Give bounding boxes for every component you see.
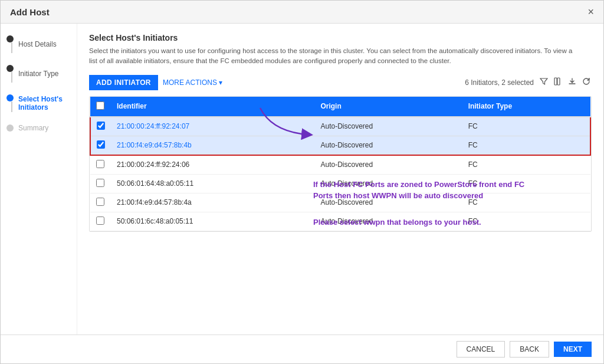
step-initiator-type: Initiator Type — [6, 65, 71, 83]
row-check-cell — [90, 117, 111, 136]
row-type: FC — [462, 155, 590, 175]
step-dot-host-details — [6, 35, 14, 42]
section-description: Select the initiators you want to use fo… — [89, 46, 573, 67]
toolbar-left: ADD INITIATOR MORE ACTIONS ▾ — [89, 75, 222, 90]
table-row[interactable]: 21:00:00:24:ff:92:24:06Auto-DiscoveredFC — [90, 155, 590, 175]
svg-rect-0 — [554, 78, 557, 85]
step-label-summary: Summary — [18, 124, 48, 132]
toolbar: ADD INITIATOR MORE ACTIONS ▾ 6 Initiator… — [89, 75, 592, 90]
step-dot-initiator-type — [6, 65, 14, 72]
steps-sidebar: Host Details Initiator Type Select Host'… — [1, 24, 77, 335]
step-select-initiators: Select Host'sInitiators — [6, 94, 71, 112]
select-all-checkbox[interactable] — [96, 101, 104, 110]
row-check-cell — [90, 136, 111, 155]
step-label-select-initiators: Select Host'sInitiators — [18, 95, 63, 112]
row-checkbox[interactable] — [97, 140, 105, 149]
next-button[interactable]: NEXT — [554, 342, 592, 357]
row-checkbox[interactable] — [96, 160, 104, 168]
annotation-text-2: Please select wwpn that belongs to your … — [313, 217, 526, 228]
row-checkbox[interactable] — [97, 122, 105, 130]
modal-body: Host Details Initiator Type Select Host'… — [1, 24, 603, 335]
modal-footer: CANCEL BACK NEXT — [1, 335, 603, 363]
annotation-text-1: If the Host FC Ports are zoned to PowerS… — [313, 179, 526, 202]
header-type: Initiator Type — [462, 97, 590, 117]
header-check-col — [90, 97, 111, 117]
row-origin: Auto-Discovered — [314, 155, 462, 175]
row-type: FC — [462, 117, 590, 136]
more-actions-button[interactable]: MORE ACTIONS ▾ — [163, 78, 222, 87]
step-dot-summary — [6, 124, 14, 132]
header-origin: Origin — [314, 97, 462, 117]
cancel-button[interactable]: CANCEL — [457, 341, 505, 358]
section-title: Select Host's Initiators — [89, 33, 592, 42]
add-host-modal: Add Host × Host Details Initiator Type — [0, 0, 604, 364]
table-header-row: Identifier Origin Initiator Type — [90, 97, 590, 117]
step-label-initiator-type: Initiator Type — [18, 70, 58, 78]
svg-rect-1 — [557, 78, 560, 85]
main-content: Select Host's Initiators Select the init… — [77, 24, 603, 335]
row-origin: Auto-Discovered — [314, 136, 462, 155]
modal-title: Add Host — [10, 7, 50, 17]
table-row[interactable]: 21:00:f4:e9:d4:57:8b:4bAuto-DiscoveredFC — [90, 136, 590, 155]
toolbar-right: 6 Initiators, 2 selected — [465, 76, 592, 88]
export-icon[interactable] — [567, 76, 577, 88]
annotation-area: If the Host FC Ports are zoned to PowerS… — [89, 179, 592, 228]
step-dot-select-initiators — [6, 94, 14, 101]
row-type: FC — [462, 136, 590, 155]
close-button[interactable]: × — [587, 6, 594, 17]
chevron-down-icon: ▾ — [219, 78, 222, 87]
refresh-icon[interactable] — [581, 76, 592, 88]
table-row[interactable]: 21:00:00:24:ff:92:24:07Auto-DiscoveredFC — [90, 117, 590, 136]
row-check-cell — [90, 155, 111, 175]
row-origin: Auto-Discovered — [314, 117, 462, 136]
row-identifier: 21:00:00:24:ff:92:24:06 — [111, 155, 314, 175]
columns-icon[interactable] — [553, 76, 563, 88]
toolbar-icons — [539, 76, 592, 88]
back-button[interactable]: BACK — [510, 341, 549, 358]
arrow-svg — [254, 102, 325, 143]
more-actions-label: MORE ACTIONS — [163, 78, 217, 87]
count-label: 6 Initiators, 2 selected — [465, 78, 534, 87]
filter-icon[interactable] — [539, 76, 549, 88]
add-initiator-button[interactable]: ADD INITIATOR — [89, 75, 158, 90]
modal-header: Add Host × — [1, 1, 603, 24]
annotation-block: If the Host FC Ports are zoned to PowerS… — [313, 179, 526, 228]
step-summary: Summary — [6, 124, 71, 132]
step-label-host-details: Host Details — [18, 40, 57, 48]
step-host-details: Host Details — [6, 35, 71, 53]
